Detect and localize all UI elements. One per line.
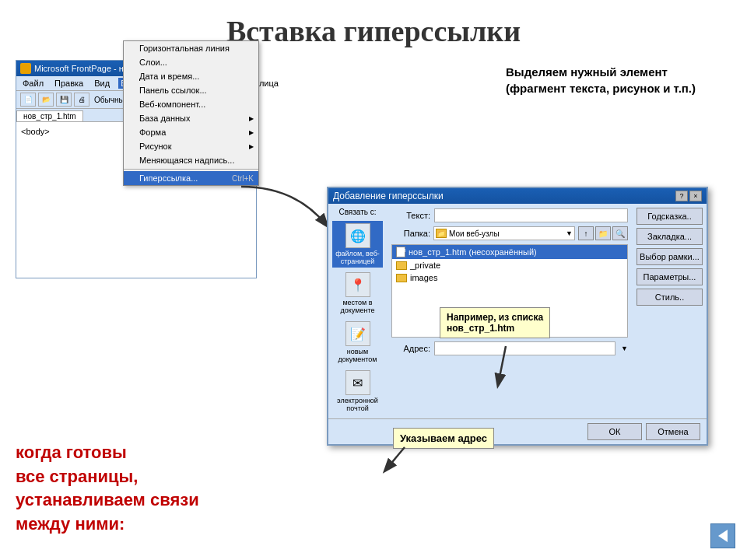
dlg-file-item-2[interactable]: images — [392, 271, 627, 284]
dlg-icon-file[interactable]: 🌐 файлом, веб-страницей — [332, 221, 383, 268]
menu-form[interactable]: Форма ▶ — [124, 125, 258, 139]
dlg-email-icon: ✉ — [345, 370, 370, 395]
dlg-btn-frame[interactable]: Выбор рамки... — [637, 248, 703, 265]
menu-horiz-line[interactable]: Горизонтальная линия — [124, 41, 258, 55]
bottom-text-line2: все страницы, — [16, 465, 199, 489]
dlg-icon-place-label: местом в документе — [335, 299, 381, 314]
menu-edit[interactable]: Правка — [52, 78, 86, 89]
dlg-folder-dropdown-icon[interactable]: ▼ — [566, 229, 573, 237]
dlg-file-item-0[interactable]: htm нов_стр_1.htm (несохранённый) — [392, 245, 627, 259]
dlg-file-name-2: images — [410, 273, 437, 282]
dlg-close-btn[interactable]: × — [689, 191, 702, 201]
dlg-file-name-1: _private — [410, 261, 440, 270]
description-text: Выделяем нужный элемент (фрагмент текста… — [506, 65, 696, 95]
callout-addr: Указываем адрес — [393, 428, 494, 449]
callout-napr: Например, из списканов_стр_1.htm — [440, 307, 550, 338]
menu-marquee[interactable]: Меняющаяся надпись... — [124, 153, 258, 167]
dlg-folder-up-btn[interactable]: ↑ — [578, 226, 594, 240]
menu-hyperlink-shortcut: Ctrl+K — [232, 174, 254, 183]
fp-tab[interactable]: нов_стр_1.htm — [16, 110, 83, 121]
callout-napr-text: Например, из списканов_стр_1.htm — [447, 312, 543, 334]
menu-file[interactable]: Файл — [20, 78, 46, 89]
dlg-title-text: Добавление гиперссылки — [333, 191, 444, 201]
dlg-btn-style[interactable]: Стиль.. — [637, 289, 703, 306]
dlg-icon-newdoc[interactable]: 📝 новым документом — [332, 319, 383, 366]
insert-menu: Горизонтальная линия Слои... Дата и врем… — [123, 40, 259, 186]
description-box: Выделяем нужный элемент (фрагмент текста… — [506, 64, 724, 96]
dlg-text-row: Текст: — [391, 208, 628, 222]
dlg-btn-params[interactable]: Параметры... — [637, 268, 703, 285]
dlg-cancel-btn[interactable]: Отмена — [646, 423, 700, 440]
dlg-folder-icon: 📁 — [436, 229, 447, 238]
dlg-folder-label: Папка: — [391, 229, 430, 238]
dlg-window-controls: ? × — [675, 191, 702, 201]
dlg-icon-place[interactable]: 📍 местом в документе — [332, 270, 383, 317]
dlg-folder-btns: ↑ 📁 🔍 — [578, 226, 628, 240]
dlg-place-icon: 📍 — [345, 272, 370, 297]
dlg-address-row: Адрес: ▼ — [391, 341, 628, 355]
bottom-text-line1: когда готовы — [16, 441, 199, 465]
dlg-newdoc-icon: 📝 — [345, 321, 370, 346]
dlg-icon-email-label: электронной почтой — [335, 397, 381, 412]
dlg-text-label: Текст: — [391, 211, 430, 220]
dlg-buttons-panel: Годсказка.. Закладка... Выбор рамки... П… — [637, 204, 707, 418]
dlg-folder-browse-btn[interactable]: 🔍 — [612, 226, 628, 240]
dlg-bottom-row: ОК Отмена — [328, 418, 707, 444]
dlg-left-panel: Связать с: 🌐 файлом, веб-страницей 📍 мес… — [328, 204, 387, 418]
dlg-file-name-0: нов_стр_1.htm (несохранённый) — [409, 247, 537, 257]
dlg-file-icon: 🌐 — [345, 223, 370, 248]
bottom-text-line3: устанавливаем связи — [16, 488, 199, 513]
dlg-folder-select[interactable]: 📁 Мои веб-узлы ▼ — [433, 226, 575, 240]
dlg-folder-new-btn[interactable]: 📁 — [595, 226, 611, 240]
menu-datetime[interactable]: Дата и время... — [124, 69, 258, 83]
menu-linkpanel[interactable]: Панель ссылок... — [124, 83, 258, 97]
dlg-icon-email[interactable]: ✉ электронной почтой — [332, 368, 383, 415]
menu-database[interactable]: База данных ▶ — [124, 111, 258, 125]
dlg-btn-godskazka[interactable]: Годсказка.. — [637, 208, 703, 225]
page-title: Вставка гиперссылки — [0, 0, 747, 48]
dlg-text-input[interactable] — [434, 208, 628, 222]
menu-webcomp[interactable]: Веб-компонент... — [124, 97, 258, 111]
callout-addr-text: Указываем адрес — [400, 432, 487, 444]
menu-hyperlink-label: Гиперссылка... — [139, 173, 198, 183]
bottom-text: когда готовы все страницы, устанавливаем… — [16, 441, 199, 537]
toolbar-open[interactable]: 📂 — [38, 93, 54, 107]
fp-app-icon — [20, 63, 31, 74]
dlg-address-label: Адрес: — [391, 344, 430, 353]
dlg-address-dropdown[interactable]: ▼ — [621, 345, 628, 352]
dlg-btn-bookmark[interactable]: Закладка... — [637, 228, 703, 245]
dlg-folder-value: Мои веб-узлы — [449, 229, 500, 238]
dlg-icon-file-label: файлом, веб-страницей — [335, 250, 381, 265]
dlg-file-item-1[interactable]: _private — [392, 259, 627, 271]
menu-layers[interactable]: Слои... — [124, 55, 258, 69]
menu-hyperlink[interactable]: Гиперссылка... Ctrl+K — [124, 171, 258, 185]
dlg-folder-icon-1 — [396, 261, 407, 270]
dlg-folder-icon-2 — [396, 274, 407, 282]
dlg-folder-row: Папка: 📁 Мои веб-узлы ▼ ↑ 📁 🔍 — [391, 226, 628, 240]
toolbar-new[interactable]: 📄 — [20, 93, 36, 107]
bottom-text-line4: между ними: — [16, 513, 199, 537]
dlg-ok-btn[interactable]: ОК — [587, 423, 642, 440]
nav-prev-btn[interactable] — [710, 523, 735, 548]
dlg-file-icon-0: htm — [396, 247, 405, 257]
dlg-help-btn[interactable]: ? — [675, 191, 688, 201]
nav-prev-icon — [718, 530, 728, 542]
dlg-titlebar: Добавление гиперссылки ? × — [328, 188, 707, 204]
toolbar-save[interactable]: 💾 — [56, 93, 72, 107]
menu-picture[interactable]: Рисунок ▶ — [124, 139, 258, 153]
menu-view[interactable]: Вид — [92, 78, 112, 89]
dlg-link-to-label: Связать с: — [332, 208, 383, 216]
toolbar-print[interactable]: 🖨 — [74, 93, 89, 107]
dlg-address-input[interactable] — [434, 341, 615, 355]
dlg-icon-newdoc-label: новым документом — [335, 348, 381, 363]
